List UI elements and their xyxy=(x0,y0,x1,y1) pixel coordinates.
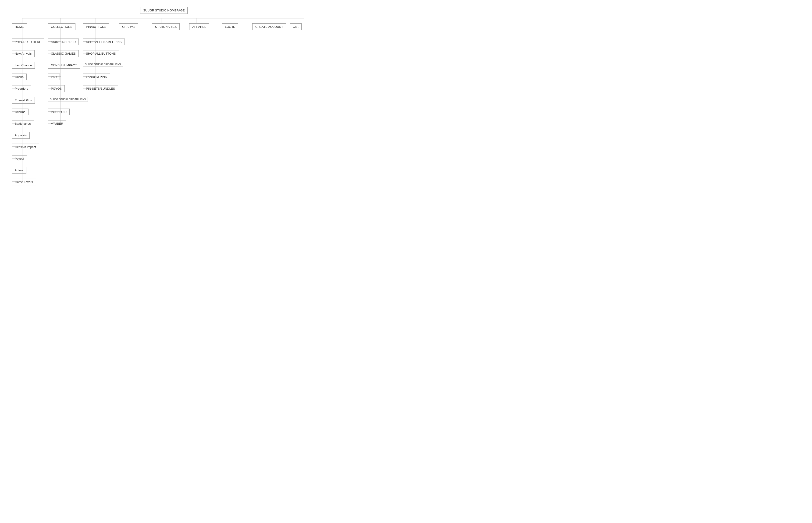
col-suugrstudio[interactable]: SUUGR STUDIO ORIGINAL PINS xyxy=(48,97,88,102)
nav-charms[interactable]: CHARMS xyxy=(119,23,138,30)
site-map-diagram: SUUGR STUDIO HOMEPAGE HOME COLLECTIONS P… xyxy=(5,5,332,215)
pin-fandompins[interactable]: FANDOM PINS xyxy=(83,74,110,80)
home-poyos[interactable]: Poyos! xyxy=(12,155,27,162)
nav-apparel[interactable]: APPAREL xyxy=(189,23,209,30)
col-vtuber[interactable]: VTUBER xyxy=(48,120,66,127)
nav-createaccount[interactable]: CREATE ACCOUNT xyxy=(252,23,286,30)
home-stationaries[interactable]: Stationaries xyxy=(12,120,34,127)
col-vocaloid[interactable]: VOCALOID xyxy=(48,109,70,115)
home-anime[interactable]: Anime xyxy=(12,167,27,174)
home-preorder[interactable]: PREORDER HERE xyxy=(12,38,44,45)
home-enamelpins[interactable]: Enamel Pins xyxy=(12,97,35,104)
pin-shopenamel[interactable]: SHOP ALL ENAMEL PINS xyxy=(83,38,125,45)
col-classicgames[interactable]: CLASSIC GAMES xyxy=(48,50,79,57)
home-charms[interactable]: Charms xyxy=(12,109,29,115)
pin-pinsets[interactable]: PIN SETS/BUNDLES xyxy=(83,85,118,92)
nav-login[interactable]: LOG IN xyxy=(222,23,238,30)
col-animeinspired[interactable]: ANIME INSPIRED xyxy=(48,38,79,45)
nav-stationaries[interactable]: STATIONARIES xyxy=(152,23,180,30)
home-gacha[interactable]: Gacha xyxy=(12,74,27,80)
nav-home[interactable]: HOME xyxy=(12,23,27,30)
nav-collections[interactable]: COLLECTIONS xyxy=(48,23,75,30)
col-p5r[interactable]: P5R xyxy=(48,74,60,80)
home-preorders[interactable]: Preorders xyxy=(12,85,31,92)
col-poyos[interactable]: POYOS xyxy=(48,85,65,92)
root-node[interactable]: SUUGR STUDIO HOMEPAGE xyxy=(140,7,188,14)
home-genshinimpact[interactable]: Genshin Impact xyxy=(12,144,39,150)
home-newarrivals[interactable]: New Arrivals xyxy=(12,50,35,57)
home-lastchance[interactable]: Last Chance xyxy=(12,62,35,69)
pin-suugrstudio[interactable]: SUUGR STUDIO ORIGINAL PINS xyxy=(83,62,123,67)
home-gamelovers[interactable]: Game Lovers xyxy=(12,179,36,185)
nav-cart[interactable]: Cart xyxy=(290,23,302,30)
col-genshinimpact[interactable]: GENSHIN IMPACT xyxy=(48,62,80,69)
pin-shopbuttons[interactable]: SHOP ALL BUTTONS xyxy=(83,50,119,57)
home-apparels[interactable]: Apparels xyxy=(12,132,30,139)
nav-pinbuttons[interactable]: PIN/BUTTONS xyxy=(83,23,109,30)
